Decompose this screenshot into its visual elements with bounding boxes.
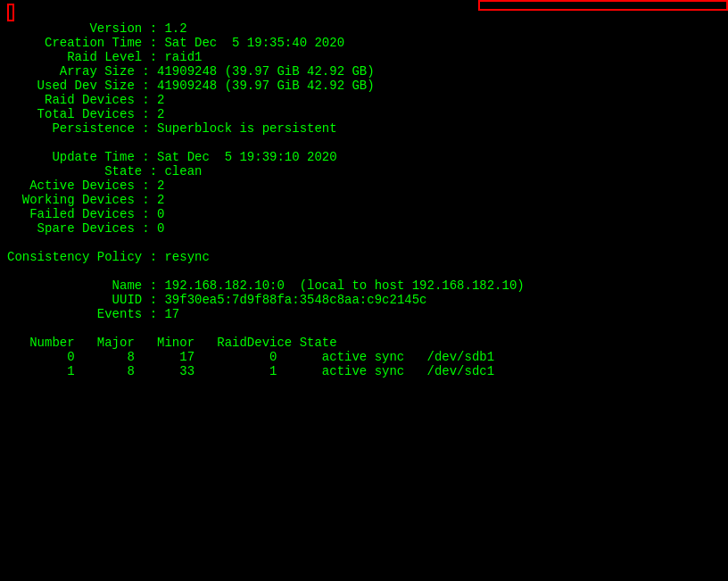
field-value: : 2 bbox=[135, 178, 165, 193]
field-label: Array Size bbox=[7, 64, 135, 79]
field-line-10: State : clean bbox=[7, 164, 721, 178]
field-label: Used Dev Size bbox=[7, 79, 135, 93]
field-line-19: UUID : 39f30ea5:7d9f88fa:3548c8aa:c9c214… bbox=[7, 293, 721, 307]
field-line-4: Used Dev Size : 41909248 (39.97 GiB 42.9… bbox=[7, 79, 721, 93]
fields-container: Version : 1.2 Creation Time : Sat Dec 5 … bbox=[7, 21, 721, 336]
field-line-13: Failed Devices : 0 bbox=[7, 207, 721, 221]
field-value: : 17 bbox=[142, 307, 179, 321]
field-value: : 41909248 (39.97 GiB 42.92 GB) bbox=[135, 64, 375, 79]
field-value: : raid1 bbox=[142, 50, 202, 64]
field-line-15 bbox=[7, 236, 721, 250]
field-label: Raid Level bbox=[7, 50, 142, 64]
field-line-7: Persistence : Superblock is persistent bbox=[7, 121, 721, 136]
field-line-18: Name : 192.168.182.10:0 (local to host 1… bbox=[7, 278, 721, 293]
field-label: Failed Devices bbox=[7, 207, 135, 221]
field-value: : 41909248 (39.97 GiB 42.92 GB) bbox=[135, 79, 375, 93]
field-value: : 2 bbox=[135, 193, 165, 207]
table-header: Number Major Minor RaidDevice State bbox=[7, 336, 721, 350]
table-row-1: 1 8 33 1 active sync /dev/sdc1 bbox=[7, 364, 721, 378]
field-value: : resync bbox=[142, 250, 210, 264]
field-label: Spare Devices bbox=[7, 221, 135, 236]
table-container: Number Major Minor RaidDevice State 0 8 … bbox=[7, 336, 721, 378]
field-label: Working Devices bbox=[7, 193, 135, 207]
field-label: Active Devices bbox=[7, 178, 135, 193]
field-value: : 0 bbox=[135, 207, 165, 221]
field-label: Name bbox=[7, 278, 142, 293]
field-line-9: Update Time : Sat Dec 5 19:39:10 2020 bbox=[7, 150, 721, 164]
field-label: Events bbox=[7, 307, 142, 321]
field-value: : 39f30ea5:7d9f88fa:3548c8aa:c9c2145c bbox=[142, 293, 426, 307]
field-line-14: Spare Devices : 0 bbox=[7, 221, 721, 236]
field-line-0: Version : 1.2 bbox=[7, 21, 721, 36]
field-label: Persistence bbox=[7, 121, 135, 136]
field-value: : Sat Dec 5 19:39:10 2020 bbox=[135, 150, 337, 164]
table-row-0: 0 8 17 0 active sync /dev/sdb1 bbox=[7, 350, 721, 364]
field-label: UUID bbox=[7, 293, 142, 307]
field-value: : clean bbox=[142, 164, 202, 178]
field-value: : Superblock is persistent bbox=[135, 121, 337, 136]
field-label: Creation Time bbox=[7, 36, 142, 50]
field-label: Version bbox=[7, 21, 142, 36]
field-label: Raid Devices bbox=[7, 93, 135, 107]
field-label: State bbox=[7, 164, 142, 178]
field-line-6: Total Devices : 2 bbox=[7, 107, 721, 121]
command-box bbox=[7, 4, 14, 21]
field-line-2: Raid Level : raid1 bbox=[7, 50, 721, 64]
field-line-8 bbox=[7, 136, 721, 150]
field-value: : 0 bbox=[135, 221, 165, 236]
annotation-box bbox=[478, 0, 728, 11]
field-value: : 2 bbox=[135, 93, 165, 107]
field-line-17 bbox=[7, 264, 721, 278]
terminal-window: Version : 1.2 Creation Time : Sat Dec 5 … bbox=[0, 0, 728, 581]
field-label: Total Devices bbox=[7, 107, 135, 121]
field-line-5: Raid Devices : 2 bbox=[7, 93, 721, 107]
field-value: : Sat Dec 5 19:35:40 2020 bbox=[142, 36, 344, 50]
field-line-1: Creation Time : Sat Dec 5 19:35:40 2020 bbox=[7, 36, 721, 50]
field-line-3: Array Size : 41909248 (39.97 GiB 42.92 G… bbox=[7, 64, 721, 79]
field-value: : 192.168.182.10:0 (local to host 192.16… bbox=[142, 278, 524, 293]
field-line-12: Working Devices : 2 bbox=[7, 193, 721, 207]
field-line-21 bbox=[7, 321, 721, 336]
field-line-11: Active Devices : 2 bbox=[7, 178, 721, 193]
field-value: : 1.2 bbox=[142, 21, 186, 36]
field-value: : 2 bbox=[135, 107, 165, 121]
field-label: Update Time bbox=[7, 150, 135, 164]
field-line-16: Consistency Policy : resync bbox=[7, 250, 721, 264]
prompt bbox=[7, 5, 14, 20]
field-label: Consistency Policy bbox=[7, 250, 142, 264]
field-line-20: Events : 17 bbox=[7, 307, 721, 321]
